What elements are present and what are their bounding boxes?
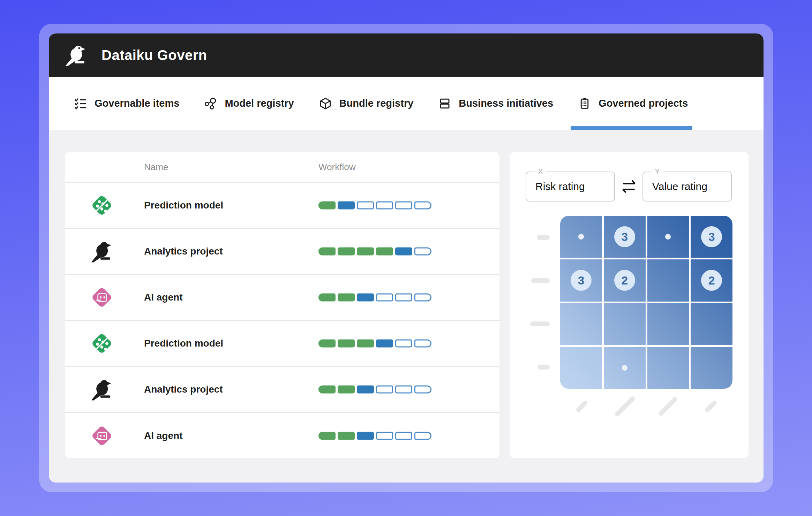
- matrix-grid: 33322: [560, 216, 732, 389]
- governed-items-table: Name Workflow Predi: [65, 152, 499, 458]
- axis-selectors: X Risk rating Y Value rating: [526, 172, 732, 202]
- analytics-project-bird-icon: [90, 378, 113, 401]
- workflow-step-active: [395, 248, 412, 256]
- workflow-step-done: [338, 248, 355, 256]
- matrix-cell[interactable]: 3: [604, 216, 646, 258]
- workflow-step-todo: [414, 386, 431, 394]
- table-row[interactable]: Analytics project: [65, 229, 499, 275]
- matrix-cell[interactable]: 2: [691, 259, 732, 301]
- y-axis-select[interactable]: Y Value rating: [642, 172, 732, 202]
- risk-value-matrix: 33322: [530, 216, 732, 417]
- matrix-cell[interactable]: [647, 216, 689, 258]
- row-name: AI agent: [144, 430, 182, 441]
- table-row[interactable]: Analytics project: [65, 367, 499, 413]
- ai-agent-icon: [90, 424, 113, 447]
- tab-model-registry[interactable]: Model registry: [204, 77, 294, 130]
- matrix-cell[interactable]: [691, 347, 732, 389]
- workflow-step-done: [318, 386, 336, 394]
- ai-agent-icon: [90, 286, 113, 309]
- workflow-step-done: [318, 432, 336, 440]
- x-label-placeholder-dash: [575, 400, 588, 412]
- workflow-step-todo: [376, 202, 393, 210]
- app-header: Dataiku Govern: [49, 33, 764, 77]
- x-axis-legend: X: [535, 167, 546, 176]
- x-axis-select[interactable]: X Risk rating: [526, 172, 615, 202]
- nodes-icon: [204, 97, 217, 110]
- row-name: Prediction model: [144, 200, 223, 211]
- y-label-placeholder-dash: [531, 278, 550, 283]
- y-axis-value: Value rating: [652, 181, 707, 192]
- page: { "app": { "title": "Dataiku Govern" }, …: [0, 0, 812, 516]
- y-axis-legend: Y: [652, 167, 663, 176]
- stack-icon: [438, 97, 451, 110]
- matrix-cell[interactable]: [604, 347, 646, 389]
- active-tab-underline: [571, 126, 692, 130]
- y-label-placeholder-dash: [530, 321, 550, 326]
- matrix-dot: [578, 234, 584, 240]
- workflow-step-todo: [414, 248, 431, 256]
- row-name: Analytics project: [144, 246, 223, 257]
- workflow-progress-bar: [318, 202, 431, 210]
- matrix-cell[interactable]: 3: [560, 259, 602, 301]
- workflow-step-todo: [395, 340, 412, 348]
- matrix-cell[interactable]: [604, 303, 646, 345]
- row-name: AI agent: [144, 292, 182, 303]
- x-label-placeholder-dash: [657, 396, 678, 417]
- analytics-project-bird-icon: [90, 240, 113, 263]
- tab-label: Bundle registry: [339, 98, 414, 109]
- cube-icon: [319, 97, 332, 110]
- row-name: Analytics project: [144, 384, 223, 395]
- workflow-step-todo: [395, 386, 412, 394]
- workflow-step-todo: [414, 202, 431, 210]
- table-row[interactable]: Prediction model: [65, 321, 499, 367]
- workflow-progress-bar: [318, 432, 431, 440]
- app-window: Dataiku Govern Governable items: [49, 33, 764, 483]
- workflow-step-todo: [414, 340, 431, 348]
- matrix-cell[interactable]: 2: [604, 259, 646, 301]
- matrix-cell[interactable]: [560, 216, 602, 258]
- workflow-step-done: [338, 294, 355, 302]
- matrix-cell[interactable]: [647, 303, 689, 345]
- table-row[interactable]: AI agent: [65, 275, 499, 321]
- clipboard-icon: [578, 97, 591, 110]
- matrix-count-badge: 2: [614, 270, 635, 291]
- matrix-count-badge: 3: [614, 226, 635, 247]
- matrix-dot: [665, 234, 671, 240]
- workflow-step-done: [318, 202, 336, 210]
- app-title: Dataiku Govern: [102, 47, 207, 63]
- matrix-dot: [622, 365, 627, 371]
- workflow-step-todo: [414, 294, 431, 302]
- row-name: Prediction model: [144, 338, 223, 349]
- swap-arrows-icon[interactable]: [620, 178, 638, 195]
- workflow-step-todo: [395, 432, 412, 440]
- matrix-cell[interactable]: [691, 303, 732, 345]
- column-header-name: Name: [144, 162, 168, 173]
- tab-governed-projects[interactable]: Governed projects: [578, 77, 688, 130]
- matrix-cell[interactable]: [560, 303, 602, 345]
- tab-governable-items[interactable]: Governable items: [74, 77, 179, 130]
- matrix-cell[interactable]: [647, 259, 689, 301]
- prediction-model-icon: [90, 332, 113, 355]
- workflow-step-active: [338, 202, 355, 210]
- matrix-cell[interactable]: 3: [691, 216, 732, 258]
- content-area: Name Workflow Predi: [49, 130, 764, 483]
- workflow-step-done: [376, 248, 393, 256]
- matrix-count-badge: 3: [571, 270, 592, 291]
- workflow-step-done: [338, 340, 355, 348]
- y-label-placeholder-dash: [537, 365, 550, 370]
- matrix-panel: X Risk rating Y Value rating: [510, 152, 749, 458]
- tab-business-initiatives[interactable]: Business initiatives: [438, 77, 553, 130]
- table-row[interactable]: Prediction model: [65, 183, 499, 229]
- matrix-cell[interactable]: [647, 347, 689, 389]
- tab-bundle-registry[interactable]: Bundle registry: [319, 77, 414, 130]
- workflow-progress-bar: [318, 294, 431, 302]
- table-row[interactable]: AI agent: [65, 413, 499, 459]
- workflow-step-todo: [376, 294, 393, 302]
- workflow-step-todo: [376, 386, 393, 394]
- workflow-progress-bar: [318, 340, 431, 348]
- tab-label: Business initiatives: [459, 98, 553, 109]
- matrix-cell[interactable]: [560, 347, 602, 389]
- workflow-step-done: [318, 248, 336, 256]
- workflow-step-done: [338, 432, 355, 440]
- column-header-workflow: Workflow: [318, 162, 355, 173]
